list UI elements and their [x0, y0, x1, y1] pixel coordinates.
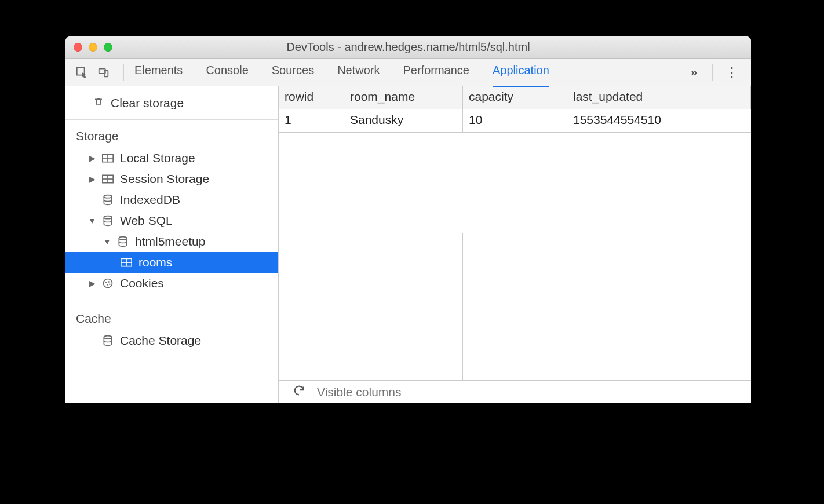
chevron-right-icon: ▶: [89, 174, 96, 184]
grid-column-fill: [463, 233, 567, 381]
section-heading-cache: Cache: [65, 302, 278, 330]
tree-database-html5meetup[interactable]: ▼ html5meetup: [65, 231, 278, 252]
grid-column-fill: [567, 233, 751, 381]
toolbar-separator: [123, 64, 124, 81]
tree-local-storage[interactable]: ▶ Local Storage: [65, 148, 278, 169]
sidebar-item-clear-storage[interactable]: Clear storage: [65, 92, 278, 114]
tab-sources[interactable]: Sources: [272, 64, 314, 81]
tree-label: html5meetup: [135, 235, 205, 249]
svg-point-18: [108, 281, 110, 283]
section-heading-storage: Storage: [65, 120, 278, 148]
tree-table-rooms[interactable]: rooms: [65, 252, 278, 273]
sidebar-label: Clear storage: [111, 96, 184, 110]
tabs-overflow-button[interactable]: »: [686, 65, 702, 79]
more-options-icon[interactable]: ⋮: [723, 65, 741, 80]
cell-last-updated[interactable]: 1553544554510: [567, 109, 751, 133]
tree-label: Cookies: [120, 276, 164, 290]
table-view: rowid room_name capacity last_updated 1 …: [279, 86, 751, 403]
visible-columns-input[interactable]: [313, 383, 748, 401]
column-header-rowid[interactable]: rowid: [279, 86, 344, 109]
gear-icon: [93, 86, 105, 89]
table-statusbar: [279, 380, 751, 403]
svg-point-17: [105, 282, 107, 283]
tab-console[interactable]: Console: [206, 64, 248, 81]
titlebar: DevTools - andrew.hedges.name/html5/sql.…: [65, 36, 751, 59]
cell-room-name[interactable]: Sandusky: [344, 109, 463, 133]
tree-session-storage[interactable]: ▶ Session Storage: [65, 169, 278, 189]
database-icon: [101, 215, 114, 227]
tree-label: Cache Storage: [120, 334, 201, 348]
panel-body: Service Workers Clear storage Storage ▶ …: [65, 86, 751, 403]
panel-tabs: Elements Console Sources Network Perform…: [134, 64, 683, 81]
cookie-icon: [101, 277, 114, 289]
table-icon: [101, 154, 114, 163]
svg-point-16: [104, 279, 112, 288]
database-icon: [101, 194, 114, 206]
tab-elements[interactable]: Elements: [134, 64, 183, 81]
column-header-capacity[interactable]: capacity: [463, 86, 567, 109]
svg-point-21: [104, 336, 111, 339]
minimize-window-button[interactable]: [89, 43, 97, 52]
column-header-last-updated[interactable]: last_updated: [567, 86, 751, 109]
tree-label: Web SQL: [120, 214, 173, 228]
svg-point-19: [107, 284, 108, 286]
window-title: DevTools - andrew.hedges.name/html5/sql.…: [65, 41, 751, 54]
svg-point-11: [104, 216, 111, 219]
svg-point-10: [104, 195, 111, 198]
tab-performance[interactable]: Performance: [403, 64, 470, 81]
chevron-right-icon: ▶: [89, 279, 96, 288]
storage-tree: ▶ Local Storage ▶ Session Storage ▶ Inde…: [65, 148, 278, 294]
grid-column-fill: [344, 233, 463, 381]
tree-label: Local Storage: [120, 151, 195, 165]
grid-column-fill: [279, 233, 344, 381]
sidebar-label: Service Workers: [112, 86, 196, 89]
svg-point-12: [119, 237, 126, 240]
application-sidebar: Service Workers Clear storage Storage ▶ …: [65, 86, 279, 403]
tree-cookies[interactable]: ▶ Cookies: [65, 273, 278, 294]
database-icon: [116, 236, 129, 247]
refresh-icon[interactable]: [293, 384, 305, 400]
cell-rowid[interactable]: 1: [279, 109, 344, 133]
tree-label: IndexedDB: [120, 193, 180, 207]
svg-point-20: [109, 283, 111, 285]
tree-label: rooms: [138, 255, 172, 269]
tree-label: Session Storage: [120, 172, 209, 186]
chevron-down-icon: ▼: [104, 237, 111, 246]
devtools-window: DevTools - andrew.hedges.name/html5/sql.…: [65, 36, 751, 403]
inspect-element-icon[interactable]: [72, 66, 91, 79]
tree-cache-storage[interactable]: ▶ Cache Storage: [65, 330, 278, 351]
tab-network[interactable]: Network: [337, 64, 380, 81]
tab-application[interactable]: Application: [493, 64, 549, 81]
table-icon: [120, 258, 133, 267]
toolbar-separator: [712, 64, 713, 81]
maximize-window-button[interactable]: [104, 43, 112, 52]
table-icon: [101, 174, 114, 184]
close-window-button[interactable]: [74, 43, 82, 52]
chevron-right-icon: ▶: [89, 154, 96, 163]
traffic-lights: [65, 43, 112, 52]
database-icon: [101, 335, 114, 346]
chevron-down-icon: ▼: [89, 216, 96, 225]
tree-indexeddb[interactable]: ▶ IndexedDB: [65, 189, 278, 210]
data-grid[interactable]: rowid room_name capacity last_updated 1 …: [279, 86, 751, 233]
cell-capacity[interactable]: 10: [463, 109, 567, 133]
devtools-toolbar: Elements Console Sources Network Perform…: [65, 59, 751, 86]
sidebar-item-service-workers[interactable]: Service Workers: [65, 86, 278, 92]
tree-web-sql[interactable]: ▼ Web SQL: [65, 210, 278, 231]
trash-icon: [93, 96, 104, 110]
column-header-room-name[interactable]: room_name: [344, 86, 463, 109]
device-toggle-icon[interactable]: [94, 66, 113, 79]
